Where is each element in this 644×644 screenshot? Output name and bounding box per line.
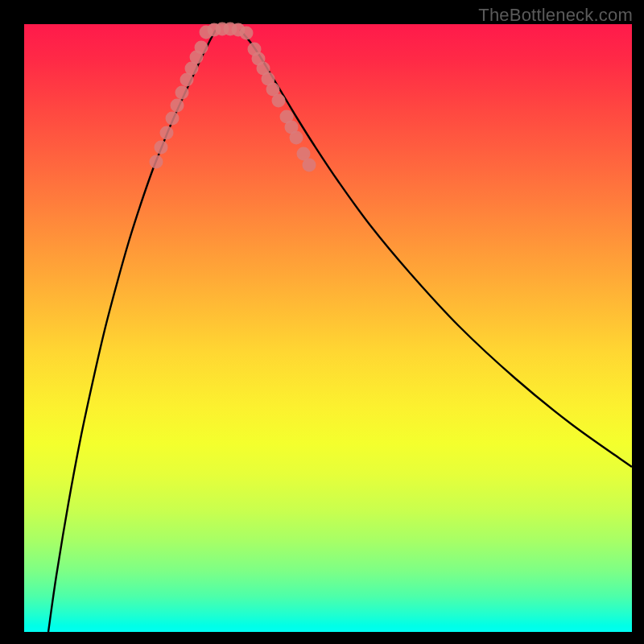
- dot-bottom-5: [240, 27, 254, 40]
- dot-right-10: [303, 159, 316, 172]
- curve-group: [48, 30, 632, 632]
- chart-svg: [24, 24, 632, 632]
- left-curve: [48, 30, 216, 632]
- dot-left-4: [171, 99, 184, 113]
- chart-frame: TheBottleneck.com: [0, 0, 644, 644]
- dot-left-2: [160, 126, 174, 140]
- dot-left-0: [150, 155, 163, 169]
- right-curve: [240, 30, 632, 467]
- dot-group: [150, 23, 316, 172]
- dot-right-8: [290, 131, 303, 145]
- dot-left-9: [195, 41, 208, 55]
- dot-right-5: [272, 94, 286, 108]
- dot-left-1: [155, 141, 168, 155]
- dot-left-3: [166, 112, 180, 126]
- dot-left-5: [175, 86, 189, 100]
- plot-area: [24, 24, 632, 632]
- watermark-text: TheBottleneck.com: [478, 5, 633, 26]
